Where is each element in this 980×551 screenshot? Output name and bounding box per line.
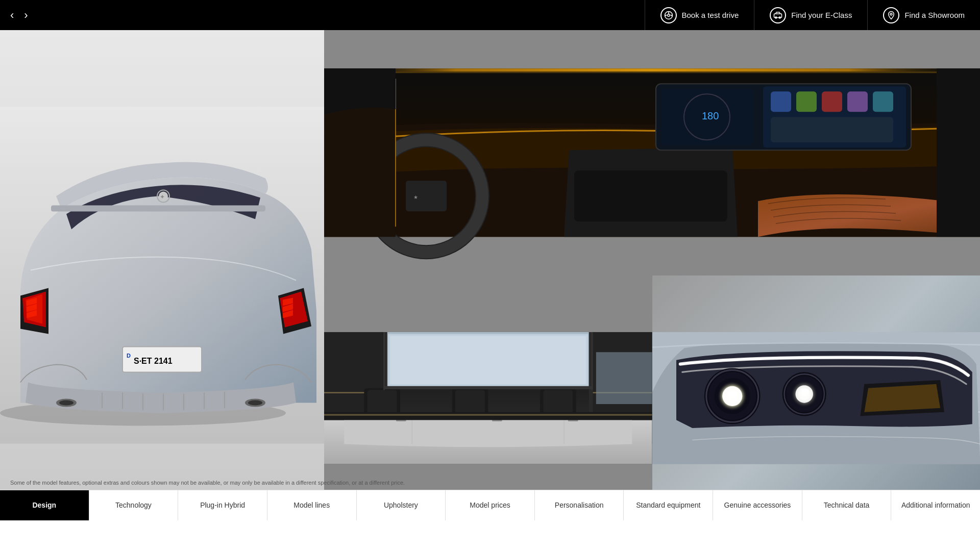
- header: ‹ › Book a test drive: [0, 0, 980, 30]
- bottom-navigation: DesignTechnologyPlug-in HybridModel line…: [0, 490, 980, 520]
- svg-rect-11: [51, 206, 265, 212]
- svg-point-1: [667, 14, 670, 16]
- find-showroom-label: Find a Showroom: [904, 11, 965, 19]
- dashboard-photo: 180 ★: [324, 30, 980, 276]
- svg-rect-80: [383, 332, 385, 390]
- svg-text:180: 180: [702, 110, 719, 121]
- nav-item-plug-in-hybrid[interactable]: Plug-in Hybrid: [178, 490, 267, 520]
- svg-rect-55: [937, 68, 980, 237]
- svg-text:✦: ✦: [160, 193, 165, 201]
- nav-item-genuine-accessories[interactable]: Genuine accessories: [713, 490, 802, 520]
- nav-item-upholstery[interactable]: Upholstery: [357, 490, 446, 520]
- bottom-right-grid: [324, 276, 980, 521]
- disclaimer-text: Some of the model features, optional ext…: [10, 480, 405, 486]
- nav-item-design[interactable]: Design: [0, 490, 89, 520]
- svg-rect-72: [455, 390, 485, 414]
- location-pin-icon: [883, 7, 899, 23]
- find-e-class-action[interactable]: Find your E-Class: [754, 0, 867, 30]
- svg-rect-49: [771, 117, 893, 142]
- svg-rect-46: [822, 91, 842, 112]
- svg-rect-48: [873, 91, 893, 112]
- nav-item-additional-information[interactable]: Additional information: [891, 490, 980, 520]
- svg-rect-47: [847, 91, 868, 112]
- svg-rect-74: [543, 390, 573, 414]
- svg-rect-79: [324, 414, 652, 415]
- photo-grid: D S·ET 2141: [0, 30, 980, 520]
- next-arrow-button[interactable]: ›: [24, 10, 28, 21]
- dashboard-svg: 180 ★: [324, 30, 980, 276]
- svg-rect-44: [771, 91, 791, 112]
- book-test-drive-label: Book a test drive: [682, 11, 739, 19]
- nav-item-model-prices[interactable]: Model prices: [446, 490, 535, 520]
- find-showroom-action[interactable]: Find a Showroom: [867, 0, 980, 30]
- nav-item-personalisation[interactable]: Personalisation: [535, 490, 624, 520]
- headlight-photo: [652, 276, 981, 521]
- svg-text:S·ET 2141: S·ET 2141: [134, 357, 173, 365]
- svg-point-22: [59, 400, 74, 406]
- svg-rect-78: [324, 412, 652, 420]
- rear-car-photo: D S·ET 2141: [0, 30, 324, 520]
- find-e-class-label: Find your E-Class: [791, 11, 852, 19]
- svg-rect-37: [324, 71, 980, 73]
- car-dealer-icon: [770, 7, 786, 23]
- nav-item-model-lines[interactable]: Model lines: [267, 490, 357, 520]
- svg-rect-81: [591, 332, 593, 390]
- interior-dashboard-image: 180 ★: [324, 30, 980, 276]
- svg-text:D: D: [127, 353, 131, 359]
- book-test-drive-action[interactable]: Book a test drive: [645, 0, 754, 30]
- svg-rect-70: [368, 390, 397, 414]
- headlight-svg: [652, 276, 981, 521]
- svg-point-89: [728, 390, 736, 398]
- header-actions: Book a test drive Find your E-Class Fi: [645, 0, 981, 30]
- main-content-area: D S·ET 2141: [0, 30, 980, 520]
- svg-rect-52: [406, 181, 447, 211]
- svg-rect-45: [796, 91, 817, 112]
- main-car-image: D S·ET 2141: [0, 30, 324, 520]
- steering-wheel-icon: [660, 7, 677, 23]
- nav-item-technology[interactable]: Technology: [89, 490, 179, 520]
- svg-point-8: [891, 13, 893, 15]
- svg-point-95: [801, 388, 808, 395]
- headlight-image: [652, 276, 981, 521]
- nav-item-standard-equipment[interactable]: Standard equipment: [624, 490, 713, 520]
- svg-rect-38: [574, 170, 727, 221]
- svg-point-24: [248, 400, 262, 406]
- nav-item-technical-data[interactable]: Technical data: [802, 490, 892, 520]
- svg-rect-82: [383, 386, 593, 389]
- rear-car-svg: D S·ET 2141: [0, 30, 324, 520]
- svg-rect-59: [390, 336, 586, 384]
- svg-text:★: ★: [413, 194, 418, 200]
- prev-arrow-button[interactable]: ‹: [10, 10, 14, 21]
- navigation-arrows: ‹ ›: [0, 0, 38, 30]
- svg-rect-36: [324, 68, 980, 71]
